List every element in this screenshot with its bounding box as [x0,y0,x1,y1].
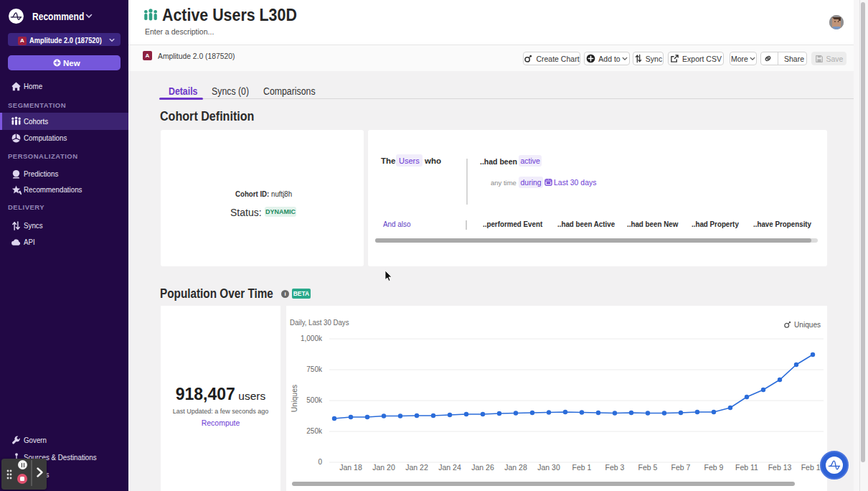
svg-text:Jan 18: Jan 18 [339,463,362,472]
svg-text:Jan 28: Jan 28 [504,463,527,472]
svg-text:Jan 26: Jan 26 [471,463,494,472]
svg-text:Feb 1: Feb 1 [572,463,592,472]
svg-text:Feb 3: Feb 3 [605,463,625,472]
svg-text:Jan 30: Jan 30 [537,463,560,472]
svg-text:Jan 22: Jan 22 [405,463,428,472]
svg-text:Jan 20: Jan 20 [372,463,395,472]
svg-text:Feb 9: Feb 9 [704,463,724,472]
svg-text:Feb 11: Feb 11 [735,463,758,472]
svg-text:Feb 7: Feb 7 [671,463,691,472]
svg-text:Feb 13: Feb 13 [768,463,792,472]
svg-text:Jan 24: Jan 24 [438,463,461,472]
svg-text:Feb 5: Feb 5 [638,463,658,472]
